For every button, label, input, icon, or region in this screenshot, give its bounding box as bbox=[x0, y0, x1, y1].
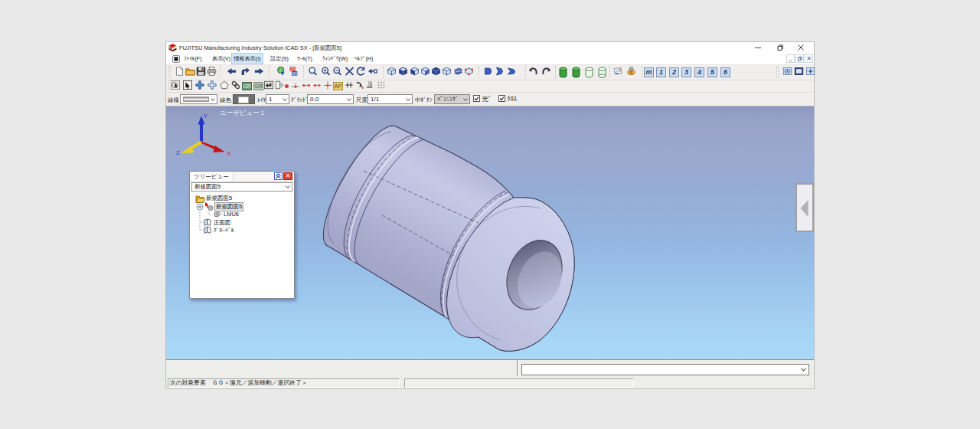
svg-text:3D: 3D bbox=[292, 71, 297, 76]
svg-text:Z: Z bbox=[176, 149, 180, 156]
svg-text:Y: Y bbox=[204, 113, 208, 120]
svg-text:X: X bbox=[227, 150, 231, 157]
